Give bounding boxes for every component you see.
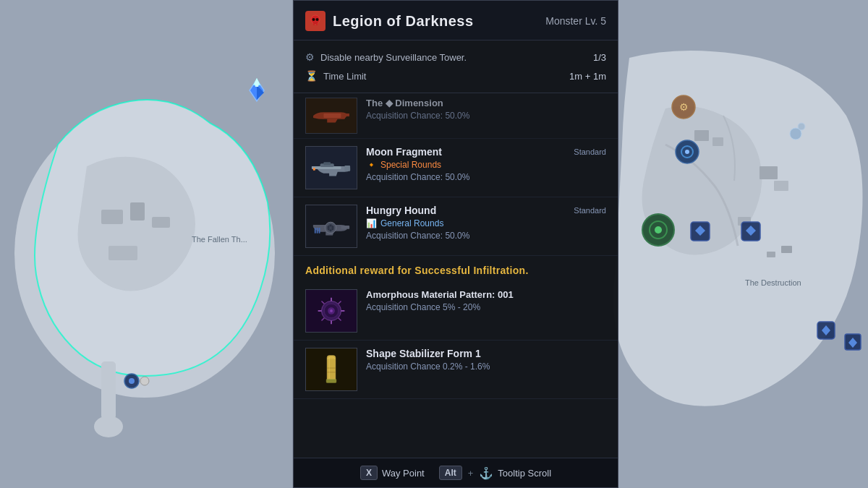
tooltip-scroll-label: Tooltip Scroll [498,468,551,479]
reward-chance: Acquisition Chance 0.2% - 1.6% [366,361,606,372]
svg-rect-12 [694,130,709,141]
svg-rect-52 [323,162,331,165]
header-left: Legion of Darkness [305,11,474,31]
rewards-list[interactable]: The ◆ Dimension Acquisition Chance: 50.0… [294,93,618,458]
reward-name: Hungry Hound [366,205,436,216]
reward-thumbnail [305,348,357,391]
svg-point-23 [685,150,689,154]
svg-rect-64 [315,228,316,234]
monster-level: Monster Lv. 5 [545,15,606,27]
special-rounds-label: Special Rounds [380,160,441,170]
surveillance-value: 1/3 [593,52,606,63]
reward-thumbnail [305,98,357,134]
svg-point-37 [140,377,149,385]
svg-rect-15 [774,181,788,191]
list-item: Hungry Hound Standard 📊 General Rounds A… [294,197,618,256]
anchor-icon: ⚓ [479,466,493,480]
waypoint-key: X [360,466,378,480]
svg-rect-84 [326,380,336,383]
list-item: Shape Stabilizer Form 1 Acquisition Chan… [294,341,618,399]
svg-point-60 [330,229,332,231]
svg-point-59 [331,228,333,230]
svg-rect-13 [712,137,723,146]
svg-rect-53 [313,168,315,171]
list-item: The ◆ Dimension Acquisition Chance: 50.0… [294,93,618,139]
surveillance-icon: ⚙ [305,51,315,63]
reward-info: Hungry Hound Standard 📊 General Rounds A… [366,205,606,241]
svg-rect-2 [101,361,116,419]
info-panel: Legion of Darkness Monster Lv. 5 ⚙ Disab… [293,0,618,488]
alt-key: Alt [439,466,462,480]
hourglass-icon: ⏳ [305,70,318,82]
plus-separator: + [468,468,474,479]
svg-text:The Destruction: The Destruction [745,278,801,287]
reward-badge: Standard [574,206,606,215]
svg-rect-6 [152,217,170,228]
tooltip-scroll-button[interactable]: Alt + ⚓ Tooltip Scroll [439,466,551,480]
reward-type: 🔸 Special Rounds [366,160,606,170]
reward-badge: Standard [574,147,606,156]
svg-point-26 [655,226,662,234]
time-limit-row: ⏳ Time Limit 1m + 1m [305,67,606,85]
time-limit-text: Time Limit [323,71,366,82]
time-limit-value: 1m + 1m [569,71,606,82]
svg-text:⚙: ⚙ [679,101,689,113]
reward-chance: Acquisition Chance 5% - 20% [366,302,606,312]
reward-chance: Acquisition Chance: 50.0% [366,231,606,241]
svg-rect-81 [327,356,336,382]
general-rounds-label: General Rounds [380,218,443,228]
svg-point-61 [328,228,330,230]
reward-name: Shape Stabilizer Form 1 [366,348,481,359]
reward-name: Moon Fragment [366,146,442,158]
panel-footer: X Way Point Alt + ⚓ Tooltip Scroll [294,458,618,487]
reward-thumbnail [305,205,357,248]
time-limit-label: ⏳ Time Limit [305,70,366,82]
svg-rect-65 [317,228,318,234]
reward-info: Amorphous Material Pattern: 001 Acquisit… [366,289,606,312]
svg-point-58 [331,226,333,228]
list-item: Amorphous Material Pattern: 001 Acquisit… [294,282,618,341]
svg-point-41 [798,123,805,130]
additional-rewards-header: Additional reward for Successful Infiltr… [294,256,618,282]
waypoint-label: Way Point [382,468,425,479]
reward-thumbnail [305,146,357,189]
svg-rect-14 [760,166,778,179]
svg-point-45 [316,18,319,21]
svg-rect-50 [344,166,350,171]
svg-point-36 [129,378,135,384]
svg-point-3 [94,416,123,437]
reward-name: Amorphous Material Pattern: 001 [366,289,514,300]
surveillance-row: ⚙ Disable nearby Surveillance Tower. 1/3 [305,48,606,67]
reward-chance: Acquisition Chance: 50.0% [366,111,606,121]
surveillance-label: ⚙ Disable nearby Surveillance Tower. [305,51,467,63]
meta-info: ⚙ Disable nearby Surveillance Tower. 1/3… [294,40,618,93]
waypoint-button[interactable]: X Way Point [360,466,425,480]
reward-type: 📊 General Rounds [366,218,606,228]
special-rounds-icon: 🔸 [366,160,377,170]
reward-chance: Acquisition Chance: 50.0% [366,172,606,182]
list-item: Moon Fragment Standard 🔸 Special Rounds … [294,139,618,197]
svg-rect-4 [101,210,123,224]
svg-text:The Fallen Th...: The Fallen Th... [192,235,247,244]
reward-info: Shape Stabilizer Form 1 Acquisition Chan… [366,348,606,372]
surveillance-text: Disable nearby Surveillance Tower. [320,52,467,63]
reward-name: The ◆ Dimension [366,98,443,108]
svg-rect-18 [767,252,775,257]
svg-rect-63 [341,226,350,229]
svg-rect-5 [130,202,145,221]
panel-title: Legion of Darkness [333,13,474,30]
skull-icon [305,11,326,31]
svg-point-79 [330,309,333,312]
svg-rect-66 [319,228,320,234]
svg-rect-47 [323,114,341,118]
general-rounds-icon: 📊 [366,218,377,228]
svg-rect-17 [781,246,792,253]
svg-rect-7 [109,246,137,260]
reward-info: Moon Fragment Standard 🔸 Special Rounds … [366,146,606,182]
svg-point-44 [312,18,315,21]
svg-point-57 [330,225,332,227]
svg-point-62 [328,226,330,228]
reward-thumbnail [305,289,357,333]
panel-header: Legion of Darkness Monster Lv. 5 [294,1,618,40]
reward-info: The ◆ Dimension Acquisition Chance: 50.0… [366,98,606,121]
